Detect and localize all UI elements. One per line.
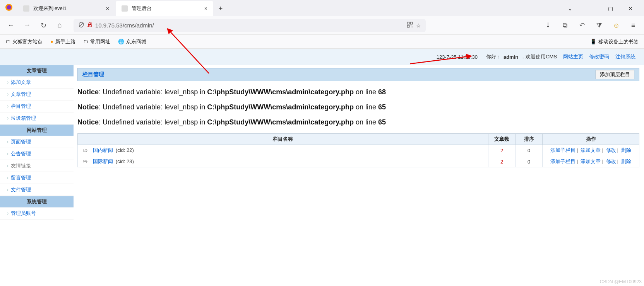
cid-text: (cid: 22) (116, 147, 134, 153)
op-add-article[interactable]: 添加文章 (581, 147, 601, 153)
hello-label: 你好： (486, 53, 501, 60)
op-add-article[interactable]: 添加文章 (581, 158, 601, 164)
op-add-sub[interactable]: 添加子栏目 (550, 158, 575, 164)
cell-count: 2 (488, 145, 516, 156)
close-icon[interactable]: × (106, 5, 109, 12)
bookmark-firefox[interactable]: 🗀火狐官方站点 (5, 38, 43, 45)
op-delete[interactable]: 删除 (621, 147, 631, 153)
folder-icon: 🗀 (83, 39, 88, 44)
sidebar-item-notice-manage[interactable]: 公告管理 (0, 148, 74, 160)
watermark: CSDN @EMT00923 (600, 279, 642, 284)
firefox-icon: ● (50, 39, 53, 44)
page-content: 123-7-25 11:35:30 你好： admin ，欢迎使用CMS 网站主… (0, 49, 644, 286)
cell-sort: 0 (516, 156, 543, 167)
tab-strip: 欢迎来到level1 × 管理后台 × + (18, 1, 564, 16)
th-sort: 排序 (516, 134, 543, 145)
firefox-logo-icon (0, 3, 18, 16)
back-button[interactable]: ← (5, 19, 17, 32)
browser-toolbar: ← → ↻ ⌂ 10.9.75.53/cms/admin/ ☆ ⭳ ⧉ ↶ ⧩ … (0, 16, 644, 35)
bookmark-getstarted[interactable]: ●新手上路 (50, 38, 75, 45)
tab-admin[interactable]: 管理后台 × (116, 1, 213, 16)
th-count: 文章数 (488, 134, 516, 145)
cell-name: 🗁 国内新闻 (cid: 22) (78, 145, 488, 156)
op-edit[interactable]: 修改 (606, 147, 616, 153)
sidebar-item-article-manage[interactable]: 文章管理 (0, 89, 74, 100)
bookmarks-bar: 🗀火狐官方站点 ●新手上路 🗀常用网址 🌐京东商城 📱移动设备上的书签 (0, 35, 644, 49)
panel-head: 栏目管理 添加顶层栏目 (77, 68, 639, 81)
new-tab-button[interactable]: + (214, 1, 227, 16)
link-change-password[interactable]: 修改密码 (589, 53, 609, 60)
sidebar-item-comment-manage[interactable]: 留言管理 (0, 172, 74, 184)
noscript-icon[interactable]: ⦸ (610, 19, 622, 32)
op-delete[interactable]: 删除 (621, 158, 631, 164)
sidebar-item-trash-manage[interactable]: 垃圾箱管理 (0, 112, 74, 124)
svg-rect-9 (412, 27, 413, 27)
undo-icon[interactable]: ↶ (576, 19, 588, 32)
link-site-home[interactable]: 网站主页 (563, 53, 583, 60)
minimize-icon[interactable]: — (584, 5, 596, 12)
panel-title: 栏目管理 (82, 71, 104, 78)
url-bar[interactable]: 10.9.75.53/cms/admin/ ☆ (74, 19, 426, 32)
php-notice: Notice: Undefined variable: level_nbsp i… (77, 88, 639, 96)
th-ops: 操作 (543, 134, 639, 145)
shield-off-icon[interactable] (78, 22, 84, 29)
bookmark-common[interactable]: 🗀常用网址 (83, 38, 110, 45)
qr-icon[interactable] (407, 22, 413, 29)
cell-ops: 添加子栏目| 添加文章| 修改| 删除 (543, 156, 639, 167)
svg-point-1 (7, 5, 11, 9)
add-top-category-button[interactable]: 添加顶层栏目 (596, 70, 634, 79)
reload-button[interactable]: ↻ (37, 19, 50, 32)
link-logout[interactable]: 注销系统 (615, 53, 635, 60)
lock-insecure-icon[interactable] (87, 22, 93, 29)
tab-title: 管理后台 (132, 5, 204, 12)
close-icon[interactable]: × (204, 5, 207, 12)
op-edit[interactable]: 修改 (606, 158, 616, 164)
table-row: 🗁 国际新闻 (cid: 23) 2 0 添加子栏目| 添加文章| 修改| 删除 (78, 156, 639, 167)
sidebar-item-admin-account[interactable]: 管理员账号 (0, 208, 74, 220)
php-notice: Notice: Undefined variable: level_nbsp i… (77, 103, 639, 111)
category-link[interactable]: 国际新闻 (93, 158, 113, 164)
sidebar-item-page-manage[interactable]: 页面管理 (0, 136, 74, 148)
bookmark-star-icon[interactable]: ☆ (416, 22, 421, 29)
sidebar-item-file-manage[interactable]: 文件管理 (0, 184, 74, 196)
op-add-sub[interactable]: 添加子栏目 (550, 147, 575, 153)
cell-sort: 0 (516, 145, 543, 156)
svg-rect-5 (407, 22, 409, 24)
cid-text: (cid: 23) (116, 158, 134, 164)
chevron-down-icon[interactable]: ⌄ (564, 5, 576, 12)
url-text: 10.9.75.53/cms/admin/ (95, 22, 404, 29)
tab-favicon-icon (23, 5, 29, 12)
tab-level1[interactable]: 欢迎来到level1 × (18, 1, 115, 16)
folder-icon: 🗀 (5, 39, 10, 44)
home-button[interactable]: ⌂ (53, 19, 66, 32)
folder-icon: 🗁 (82, 158, 87, 164)
cms-topbar: 123-7-25 11:35:30 你好： admin ，欢迎使用CMS 网站主… (0, 49, 644, 65)
downloads-icon[interactable]: ⭳ (542, 19, 554, 32)
sidebar-item-add-article[interactable]: 添加文章 (0, 77, 74, 89)
username: admin (504, 54, 518, 60)
browser-titlebar: 欢迎来到level1 × 管理后台 × + ⌄ — ▢ ✕ (0, 0, 644, 16)
content-area: 栏目管理 添加顶层栏目 Notice: Undefined variable: … (74, 65, 644, 286)
svg-rect-7 (407, 25, 409, 27)
tab-favicon-icon (122, 5, 128, 12)
category-table: 栏目名称 文章数 排序 操作 🗁 国内新闻 (cid: 22) 2 (77, 133, 639, 167)
cell-count: 2 (488, 156, 516, 167)
cell-name: 🗁 国际新闻 (cid: 23) (78, 156, 488, 167)
sidebar-header-site: 网站管理 (0, 124, 74, 136)
globe-icon: 🌐 (118, 39, 124, 44)
mobile-bookmarks[interactable]: 📱移动设备上的书签 (590, 38, 639, 45)
extension-icon[interactable]: ⧩ (593, 19, 605, 32)
sidebar-header-system: 系统管理 (0, 196, 74, 208)
screenshot-icon[interactable]: ⧉ (559, 19, 571, 32)
menu-icon[interactable]: ≡ (627, 19, 639, 32)
svg-rect-6 (410, 22, 412, 24)
close-window-icon[interactable]: ✕ (625, 5, 636, 12)
sidebar: 文章管理 添加文章 文章管理 栏目管理 垃圾箱管理 网站管理 页面管理 公告管理… (0, 65, 74, 286)
sidebar-item-friend-links[interactable]: 友情链接 (0, 160, 74, 172)
table-row: 🗁 国内新闻 (cid: 22) 2 0 添加子栏目| 添加文章| 修改| 删除 (78, 145, 639, 156)
forward-button[interactable]: → (21, 19, 33, 32)
bookmark-jd[interactable]: 🌐京东商城 (118, 38, 146, 45)
category-link[interactable]: 国内新闻 (93, 147, 113, 153)
sidebar-item-category-manage[interactable]: 栏目管理 (0, 100, 74, 112)
maximize-icon[interactable]: ▢ (605, 5, 616, 12)
